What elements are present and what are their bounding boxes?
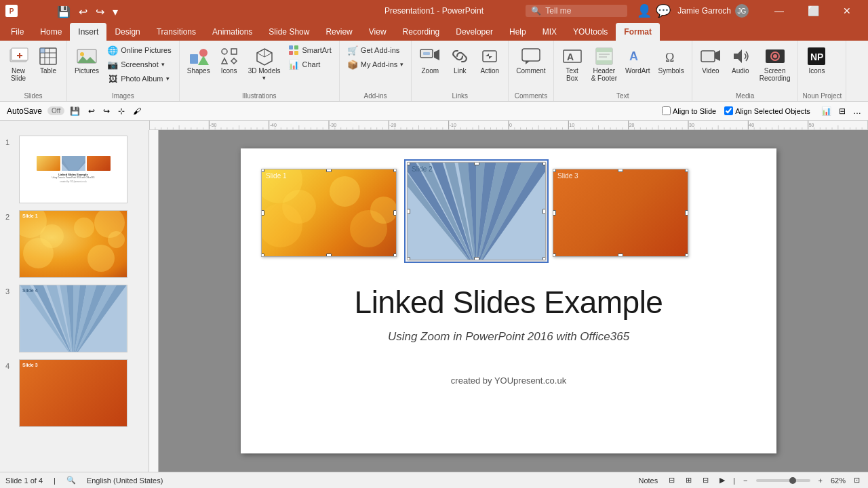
align-btn[interactable]: ⊟ (836, 105, 848, 117)
zoom-thumb-1[interactable]: Slide 1 (261, 169, 397, 257)
view-reading-btn[interactable]: ▶ (717, 475, 728, 485)
notes-btn[interactable]: Notes (635, 476, 660, 485)
close-btn[interactable]: ✕ (831, 0, 863, 22)
handle-ml-1[interactable] (261, 210, 264, 216)
zoom-thumb-3[interactable]: Slide 3 (553, 169, 688, 257)
screenshot-dropdown[interactable]: ▾ (161, 61, 165, 68)
zoom-out-btn[interactable]: − (741, 476, 750, 485)
handle-bl-3[interactable] (553, 253, 556, 257)
tab-file[interactable]: File (3, 23, 32, 41)
text-box-button[interactable]: A TextBox (558, 43, 587, 84)
handle-tr-1[interactable] (393, 169, 397, 172)
pictures-button[interactable]: Pictures (71, 43, 102, 77)
customize-quick-btn[interactable]: ▾ (110, 4, 121, 20)
share-icon[interactable]: 👤 (637, 3, 652, 18)
redo-btn[interactable]: ↪ (100, 105, 113, 117)
handle-tr-3[interactable] (685, 169, 688, 172)
chart-tool-btn[interactable]: 📊 (818, 105, 834, 117)
slide-2-thumbnail[interactable]: Slide 1 (19, 210, 127, 278)
audio-button[interactable]: Audio (726, 43, 755, 77)
link-button[interactable]: Link (446, 43, 474, 77)
slide-thumb-4[interactable]: 4 Slide 3 (4, 358, 144, 428)
noun-project-icons-button[interactable]: NP Icons (802, 43, 831, 77)
zoom-slider[interactable] (756, 479, 810, 482)
handle-bc-1[interactable] (326, 253, 332, 257)
tab-mix[interactable]: MIX (534, 23, 565, 41)
wordart-button[interactable]: A WordArt (622, 43, 654, 77)
icons-button[interactable]: Icons (215, 43, 243, 77)
action-button[interactable]: Action (475, 43, 504, 77)
handle-tc-3[interactable] (618, 169, 623, 172)
photo-album-button[interactable]: 🖼 Photo Album ▾ (104, 72, 175, 85)
view-slide-sorter-btn[interactable]: ⊟ (700, 475, 711, 485)
chart-button[interactable]: 📊 Chart (285, 58, 334, 71)
handle-tl-1[interactable] (261, 169, 264, 172)
zoom-slider-thumb[interactable] (789, 477, 796, 484)
undo-btn[interactable]: ↩ (85, 105, 98, 117)
3d-models-dropdown[interactable]: ▾ (262, 75, 266, 81)
handle-ml-3[interactable] (553, 210, 556, 216)
handle-tc-1[interactable] (326, 169, 332, 172)
tab-design[interactable]: Design (106, 23, 148, 41)
zoom-thumb-2[interactable]: Slide 2 (407, 162, 546, 260)
slide-1-thumbnail[interactable]: Linked Slides Example Using Zoom in Powe… (19, 136, 127, 203)
tab-recording[interactable]: Recording (395, 23, 448, 41)
handle-tc-2[interactable] (474, 162, 479, 165)
maximize-btn[interactable]: ⬜ (797, 0, 829, 22)
more-btn[interactable]: … (850, 105, 864, 117)
comment-button[interactable]: Comment (513, 43, 549, 77)
handle-tl-3[interactable] (553, 169, 556, 172)
3d-models-button[interactable]: 3D Models ▾ (245, 43, 284, 83)
tab-slideshow[interactable]: Slide Show (260, 23, 317, 41)
tab-developer[interactable]: Developer (448, 23, 501, 41)
slide-4-thumbnail[interactable]: Slide 3 (19, 359, 127, 427)
screen-recording-button[interactable]: ScreenRecording (756, 43, 794, 84)
undo-quick-btn[interactable]: ↩ (76, 4, 90, 20)
video-button[interactable]: Video (696, 43, 725, 77)
shapes-button[interactable]: Shapes (184, 43, 214, 77)
view-outline-btn[interactable]: ⊞ (683, 475, 694, 485)
handle-br-1[interactable] (393, 253, 397, 257)
align-selected-checkbox[interactable] (724, 106, 733, 115)
save-btn[interactable]: 💾 (67, 105, 83, 117)
tab-youtools[interactable]: YOUtools (565, 23, 616, 41)
tab-home[interactable]: Home (32, 23, 70, 41)
tab-review[interactable]: Review (317, 23, 360, 41)
handle-bl-1[interactable] (261, 253, 264, 257)
slide-thumb-3[interactable]: 3 (4, 283, 144, 354)
view-normal-btn[interactable]: ⊟ (666, 475, 677, 485)
tab-help[interactable]: Help (501, 23, 534, 41)
header-footer-button[interactable]: Header& Footer (588, 43, 620, 84)
online-pictures-button[interactable]: 🌐 Online Pictures (104, 43, 175, 57)
smartart-button[interactable]: SmartArt (285, 43, 334, 57)
handle-ml-2[interactable] (407, 209, 410, 214)
my-addins-button[interactable]: 📦 My Add-ins ▾ (344, 58, 407, 71)
pointer-btn[interactable]: ⊹ (115, 105, 127, 117)
table-button[interactable]: Table (34, 43, 62, 77)
handle-tl-2[interactable] (407, 162, 410, 165)
slide-thumb-2[interactable]: 2 Slide 1 (4, 209, 144, 279)
get-addins-button[interactable]: 🛒 Get Add-ins (344, 43, 407, 57)
symbols-button[interactable]: Ω Symbols (655, 43, 688, 77)
handle-bc-2[interactable] (474, 257, 479, 260)
align-slide-checkbox[interactable] (662, 106, 671, 115)
language-indicator[interactable]: English (United States) (87, 476, 163, 485)
screenshot-button[interactable]: 📷 Screenshot ▾ (104, 58, 175, 71)
fit-slide-btn[interactable]: ⊡ (851, 475, 863, 485)
minimize-btn[interactable]: — (764, 0, 795, 22)
slide-thumb-1[interactable]: 1 (4, 134, 144, 205)
photo-album-dropdown[interactable]: ▾ (166, 75, 170, 82)
tab-animations[interactable]: Animations (204, 23, 260, 41)
tab-insert[interactable]: Insert (70, 23, 106, 41)
zoom-in-btn[interactable]: + (816, 476, 825, 485)
handle-mr-2[interactable] (542, 209, 546, 214)
handle-mr-1[interactable] (393, 210, 397, 216)
slide-3-thumbnail[interactable]: Slide 4 (19, 285, 127, 352)
handle-br-3[interactable] (685, 253, 688, 257)
handle-bl-2[interactable] (407, 257, 410, 260)
tab-view[interactable]: View (361, 23, 395, 41)
my-addins-dropdown[interactable]: ▾ (400, 61, 403, 68)
handle-bc-3[interactable] (618, 253, 623, 257)
paint-btn[interactable]: 🖌 (130, 105, 144, 117)
search-box[interactable]: 🔍 Tell me (526, 5, 627, 17)
